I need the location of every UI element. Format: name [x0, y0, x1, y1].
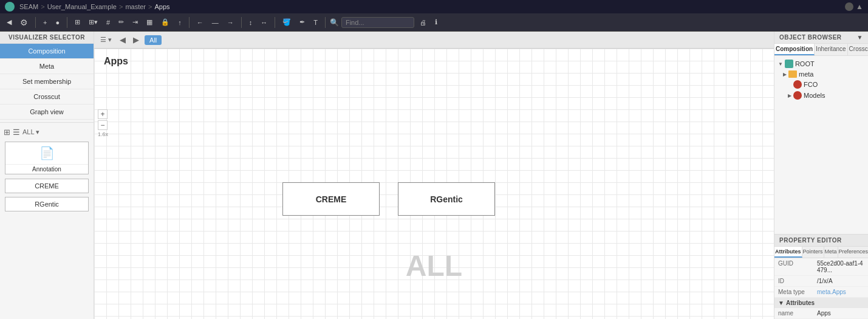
toolbar-sep-3 [189, 17, 190, 28]
prop-tab-preferences[interactable]: Preferences [838, 247, 868, 258]
left-sidebar: VISUALIZER SELECTOR Composition Meta Set… [0, 32, 94, 319]
sidebar-annotation-card[interactable]: 📄 Annotation [5, 142, 89, 174]
arrow-up-button[interactable]: ↑ [175, 18, 185, 27]
models-icon [793, 91, 802, 100]
search-input[interactable] [341, 17, 414, 28]
circle-button[interactable]: ● [52, 18, 63, 27]
sidebar-item-graph-view[interactable]: Graph view [0, 105, 94, 120]
zoom-out-button[interactable]: − [98, 120, 108, 130]
grid-dropdown[interactable]: ⊞▾ [86, 17, 101, 27]
prop-tab-meta[interactable]: Meta [824, 247, 838, 258]
horiz-arrow-button[interactable]: ↔ [258, 18, 270, 27]
sidebar-section-controls: ⊞ ☰ ALL ▾ [0, 125, 94, 139]
hash-button[interactable]: # [103, 18, 113, 27]
tree-item-meta[interactable]: ▶ meta [782, 69, 866, 79]
tab-crosscut[interactable]: Crosscut [848, 44, 868, 55]
pencil-button[interactable]: ✏ [115, 17, 127, 27]
sidebar-item-composition[interactable]: Composition [0, 44, 94, 59]
object-browser-tabs: Composition Inheritance Crosscut [774, 44, 868, 56]
tree-item-fco[interactable]: ▶ FCO [787, 79, 866, 90]
tab-inheritance[interactable]: Inheritance [815, 44, 847, 55]
root-icon [785, 60, 793, 68]
meta-expand-icon: ▶ [783, 72, 787, 77]
crumb-branch[interactable]: master [125, 3, 146, 10]
toolbar-sep-1 [35, 17, 36, 28]
filter-icon[interactable]: ▼ [857, 34, 863, 41]
root-label: ROOT [795, 60, 815, 67]
prop-row-metatype: Meta type meta.Apps [774, 287, 868, 298]
node-creme-label: CREME [316, 194, 347, 204]
prop-tab-attributes[interactable]: Attributes [774, 247, 802, 258]
sidebar-list-rgentic[interactable]: RGentic [5, 197, 89, 211]
indent-button[interactable]: ⇥ [129, 17, 141, 27]
object-browser-header: OBJECT BROWSER ▼ [774, 32, 868, 44]
lock-button[interactable]: 🔒 [158, 17, 173, 27]
prop-tab-pointers[interactable]: Pointers [802, 247, 824, 258]
all-dropdown[interactable]: ALL ▾ [22, 128, 39, 136]
models-expand-icon: ▶ [788, 93, 791, 98]
text-button[interactable]: T [310, 18, 321, 27]
canvas-title: Apps [104, 56, 128, 67]
left-arrow-button[interactable]: ← [194, 18, 207, 27]
right-arrow-button[interactable]: → [224, 18, 237, 27]
prop-attributes-section: ▼ Attributes [774, 298, 868, 308]
sidebar-item-meta[interactable]: Meta [0, 59, 94, 74]
user-avatar[interactable] [845, 2, 853, 11]
back-button[interactable]: ◀ [4, 17, 15, 27]
canvas-node-rgentic[interactable]: RGentic [398, 182, 495, 216]
sidebar-list-creme[interactable]: CREME [5, 179, 89, 193]
zoom-level: 1.6x [98, 131, 108, 137]
sidebar-header: VISUALIZER SELECTOR [0, 32, 94, 44]
block-button[interactable]: ▦ [143, 17, 155, 27]
info-button[interactable]: ℹ [432, 17, 440, 27]
topbar-menu-btn[interactable]: ▲ [856, 2, 863, 11]
grid-icon[interactable]: ⊞ [4, 128, 10, 137]
prop-key-name: name [778, 310, 815, 317]
main-layout: VISUALIZER SELECTOR Composition Meta Set… [0, 32, 868, 319]
toolbar-sep-2 [67, 17, 67, 28]
toolbar-sep-6 [325, 17, 326, 28]
pen-button[interactable]: ✒ [296, 17, 308, 27]
tab-back-button[interactable]: ◀ [118, 35, 128, 44]
prop-val-metatype[interactable]: meta.Apps [817, 289, 864, 295]
canvas-node-creme[interactable]: CREME [282, 182, 380, 216]
add-button[interactable]: + [40, 18, 50, 27]
sidebar-divider-1 [0, 122, 94, 123]
toolbar: ◀ ⚙ + ● ⊞ ⊞▾ # ✏ ⇥ ▦ 🔒 ↑ ← — → ↕ ↔ 🪣 ✒ T… [0, 13, 868, 32]
annotation-label: Annotation [5, 164, 88, 174]
dash-button[interactable]: — [209, 18, 222, 27]
list-icon[interactable]: ☰ [13, 128, 20, 137]
sidebar-item-crosscut[interactable]: Crosscut [0, 89, 94, 105]
attr-collapse-icon[interactable]: ▼ [778, 300, 784, 306]
crumb-seam[interactable]: SEAM [19, 3, 38, 10]
prop-val-name: Apps [817, 310, 864, 317]
prop-key-metatype: Meta type [778, 289, 815, 295]
prop-key-guid: GUID [778, 260, 815, 273]
settings-button[interactable]: ⚙ [17, 16, 31, 29]
prop-row-guid: GUID 55ce2d00-aaf1-4479... [774, 258, 868, 276]
bucket-button[interactable]: 🪣 [279, 17, 294, 27]
vert-arrow-button[interactable]: ↕ [246, 18, 256, 27]
tab-all[interactable]: All [145, 35, 162, 45]
sidebar-item-set-membership[interactable]: Set membership [0, 74, 94, 89]
tree-item-root[interactable]: ▼ ROOT [777, 58, 866, 69]
zoom-controls: + − 1.6x [98, 109, 108, 137]
center-area: ☰ ▾ ◀ ▶ All + − 1.6x Apps CREME RGentic … [94, 32, 774, 319]
view-toggle-button[interactable]: ☰ ▾ [98, 35, 114, 45]
root-expand-icon: ▼ [778, 61, 783, 67]
tab-fwd-button[interactable]: ▶ [131, 35, 141, 44]
canvas-area[interactable]: + − 1.6x Apps CREME RGentic ALL [94, 49, 774, 319]
zoom-in-button[interactable]: + [98, 109, 108, 119]
crumb-project[interactable]: User_Manual_Example [47, 3, 117, 10]
grid-button[interactable]: ⊞ [72, 17, 83, 27]
prop-val-guid: 55ce2d00-aaf1-4479... [817, 260, 864, 273]
sep-1: > [41, 3, 44, 10]
prop-val-id: /1/x/A [817, 278, 864, 284]
tab-composition[interactable]: Composition [774, 44, 815, 55]
topbar-right: ▲ [845, 2, 863, 11]
prop-row-id: ID /1/x/A [774, 276, 868, 287]
prop-row-name: name Apps [774, 308, 868, 319]
tree-item-models[interactable]: ▶ Models [787, 90, 866, 101]
sep-3: > [148, 3, 152, 10]
print-button[interactable]: 🖨 [417, 18, 429, 27]
